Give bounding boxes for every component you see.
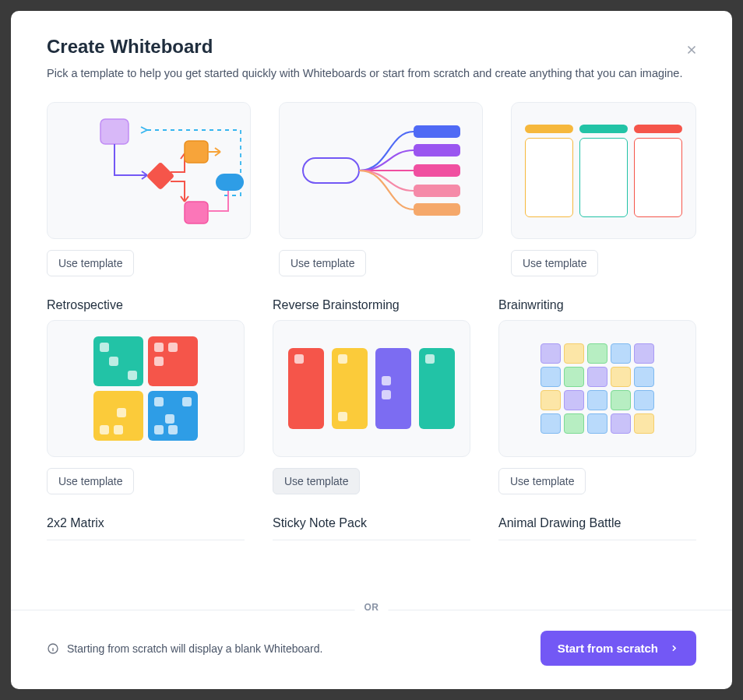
use-template-button[interactable]: Use template	[279, 250, 366, 276]
svg-rect-7	[414, 144, 460, 157]
reverse-brainstorming-icon	[288, 348, 455, 429]
start-from-scratch-label: Start from scratch	[558, 642, 658, 655]
template-card-animal-drawing-battle: Animal Drawing Battle	[498, 516, 696, 540]
standup-icon	[525, 125, 682, 217]
template-title: Sticky Note Pack	[273, 516, 470, 530]
template-card-reverse-brainstorming: Reverse Brainstorming Use template	[273, 298, 470, 494]
use-template-button[interactable]: Use template	[273, 468, 360, 494]
footer-note-text: Starting from scratch will display a bla…	[67, 642, 322, 655]
divider	[498, 540, 696, 540]
svg-rect-10	[414, 203, 460, 216]
separator-or: OR	[355, 602, 389, 613]
template-title: Reverse Brainstorming	[273, 298, 470, 312]
svg-rect-9	[414, 185, 460, 197]
template-card-flow-chart: Use template	[47, 92, 251, 276]
retrospective-icon	[93, 336, 198, 441]
modal-title: Create Whiteboard	[47, 36, 696, 58]
template-preview-reverse-brainstorming[interactable]	[273, 320, 470, 457]
modal-footer: OR Starting from scratch will display a …	[11, 610, 732, 689]
template-preview-concept-mapping[interactable]	[279, 102, 483, 239]
template-card-sticky-note-pack: Sticky Note Pack	[273, 516, 470, 540]
template-preview-flow-chart[interactable]	[47, 102, 251, 239]
modal-subtitle: Pick a template to help you get started …	[47, 67, 696, 79]
mindmap-icon	[280, 102, 482, 239]
close-icon	[685, 43, 699, 57]
use-template-button[interactable]: Use template	[498, 468, 586, 494]
brainwriting-icon	[541, 343, 654, 434]
template-preview-stand-up[interactable]	[511, 102, 696, 239]
template-preview-retrospective[interactable]	[47, 320, 245, 457]
svg-rect-4	[216, 174, 244, 191]
template-title	[511, 92, 696, 94]
template-title: 2x2 Matrix	[47, 516, 245, 530]
svg-rect-8	[414, 164, 460, 177]
svg-rect-1	[146, 162, 175, 191]
template-title: Animal Drawing Battle	[498, 516, 696, 530]
divider	[47, 540, 245, 540]
start-from-scratch-button[interactable]: Start from scratch	[541, 631, 696, 666]
svg-rect-3	[185, 202, 208, 223]
svg-rect-6	[414, 125, 460, 138]
template-title	[279, 92, 483, 94]
svg-rect-0	[100, 119, 129, 144]
svg-rect-2	[185, 141, 208, 163]
footer-note: Starting from scratch will display a bla…	[47, 642, 322, 655]
svg-rect-5	[303, 158, 359, 183]
flow-chart-icon	[48, 102, 250, 239]
use-template-button[interactable]: Use template	[511, 250, 598, 276]
use-template-button[interactable]: Use template	[47, 250, 134, 276]
create-whiteboard-modal: Create Whiteboard Pick a template to hel…	[11, 11, 732, 689]
template-title: Brainwriting	[498, 298, 696, 312]
template-preview-brainwriting[interactable]	[498, 320, 696, 457]
template-card-retrospective: Retrospective Use template	[47, 298, 245, 494]
template-title: Retrospective	[47, 298, 245, 312]
use-template-button[interactable]: Use template	[47, 468, 134, 494]
template-title	[47, 92, 251, 94]
divider	[273, 540, 470, 540]
info-icon	[47, 642, 59, 655]
chevron-right-icon	[669, 643, 679, 653]
template-card-concept-mapping: Use template	[279, 92, 483, 276]
template-card-brainwriting: Brainwriting Use template	[498, 298, 696, 494]
template-card-stand-up: Use template	[511, 92, 696, 276]
templates-area: Use template	[11, 92, 732, 610]
modal-header: Create Whiteboard Pick a template to hel…	[11, 11, 732, 92]
template-card-2x2-matrix: 2x2 Matrix	[47, 516, 245, 540]
close-button[interactable]	[682, 40, 701, 59]
